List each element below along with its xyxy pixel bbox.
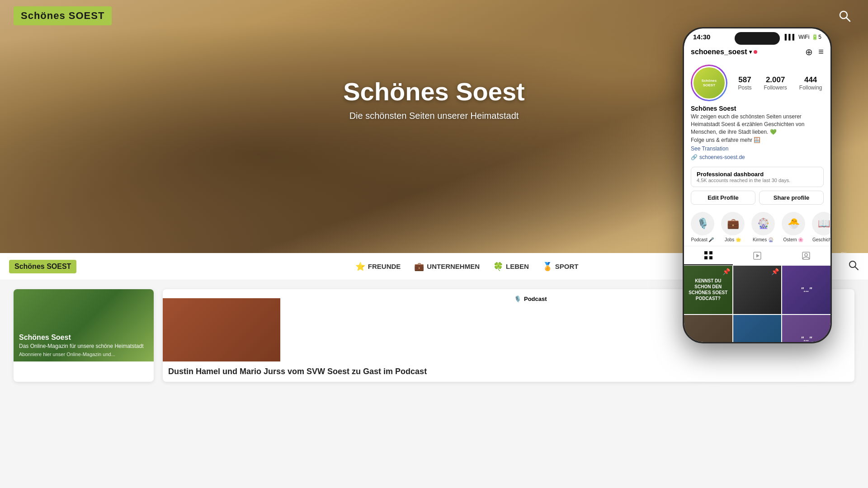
grid-text-6: "..." [798,333,814,342]
card-schoenes-soest: Schönes Soest Das Online-Magazin für uns… [14,289,154,382]
battery-icon: 🔋5 [811,34,821,40]
ig-username: schoenes_soest ▾ [691,48,757,56]
podcast-icon: 🎙️ [514,296,521,302]
followers-count: 2.007 [764,75,787,84]
following-label: Following [799,84,822,91]
svg-line-1 [846,18,850,21]
card-subtitle-1: Das Online-Magazin für unsere schöne Hei… [19,343,143,349]
logo-prefix: Schönes [21,10,66,21]
ig-action-buttons: Edit Profile Share profile [691,191,824,205]
highlight-ostern[interactable]: 🐣 Ostern 🌸 [782,212,805,242]
link-icon: 🔗 [691,154,698,160]
medal-icon: 🏅 [542,262,552,272]
grid-text-1: KENNST DU SCHON DEN SCHÖNES SOEST PODCAS… [684,276,732,304]
status-time: 14:30 [693,33,710,41]
ig-bio-link[interactable]: 🔗 schoenes-soest.de [691,154,824,160]
highlight-label-podcast: Podcast 🎤 [691,237,714,242]
ig-profile-top: SchönesSOEST 587 Posts 2.007 Followers 4… [691,65,824,101]
logo-top[interactable]: Schönes SOEST [14,6,112,25]
wifi-icon: WiFi [798,34,809,40]
nav-label-sport: SPORT [555,263,579,270]
tab-grid[interactable] [684,246,733,265]
nav-label-freunde: FREUNDE [368,263,401,270]
ig-bio-see-translation[interactable]: See Translation [691,145,824,153]
ig-avatar[interactable]: SchönesSOEST [692,66,726,100]
username-text: schoenes_soest [691,48,747,56]
posts-count: 587 [738,75,751,84]
ig-stat-following: 444 Following [799,75,822,91]
highlight-jobs[interactable]: 💼 Jobs 🌟 [721,212,745,242]
svg-rect-7 [709,256,712,259]
ig-highlights: 🎙️ Podcast 🎤 💼 Jobs 🌟 🎡 Kirmes 🎡 🐣 Oster… [684,208,830,246]
svg-rect-6 [704,256,708,259]
grid-item-3[interactable]: "..." [782,266,830,314]
highlight-circle-podcast: 🎙️ [691,212,714,235]
highlight-podcast[interactable]: 🎙️ Podcast 🎤 [691,212,714,242]
ig-link-text: schoenes-soest.de [699,154,745,160]
card-wide-content: Dustin Hamel und Mario Jurss vom SVW Soe… [163,361,854,382]
dashboard-subtitle: 4.5K accounts reached in the last 30 day… [697,178,818,183]
highlight-circle-jobs: 💼 [721,212,745,235]
hero-text-block: Schönes Soest Die schönsten Seiten unser… [343,77,524,121]
ig-bio-text: Wir zeigen euch die schönsten Seiten uns… [691,113,824,136]
podcast-badge: 🎙️ Podcast [509,294,552,304]
dashboard-title: Professional dashboard [697,171,818,178]
ig-bio-cta: Folge uns & erfahre mehr 🪟 [691,136,824,144]
grid-text-3: "..." [798,283,814,296]
grid-item-6[interactable]: "..." [782,315,830,342]
svg-point-10 [805,253,807,256]
card-desc-1: Abonniere hier unser Online-Magazin und.… [19,352,143,357]
svg-rect-4 [704,251,708,254]
grid-item-2[interactable]: 📌 [733,266,782,314]
nav-item-sport[interactable]: 🏅 SPORT [542,262,579,272]
highlight-label-ostern: Ostern 🌸 [783,237,804,242]
card-image-1: Schönes Soest Das Online-Magazin für uns… [14,289,154,361]
live-dot [754,50,757,54]
nav-item-leben[interactable]: 🍀 LEBEN [493,262,529,272]
ig-bio: Schönes Soest Wir zeigen euch die schöns… [691,105,824,160]
ig-avatar-ring: SchönesSOEST [691,65,727,101]
card-title-1: Schönes Soest [19,333,143,342]
hero-subtitle: Die schönsten Seiten unserer Heimatstadt [343,111,524,121]
highlight-circle-ostern: 🐣 [782,212,805,235]
logo-bottom[interactable]: Schönes SOEST [9,260,76,273]
following-count: 444 [799,75,822,84]
ig-professional-dashboard[interactable]: Professional dashboard 4.5K accounts rea… [691,167,824,187]
svg-rect-5 [709,251,712,254]
grid-item-4[interactable] [684,315,732,342]
svg-marker-9 [756,254,760,258]
highlight-label-geschichten: Geschich... [812,237,830,242]
hero-title: Schönes Soest [343,77,524,106]
logo-suffix: SOEST [69,10,105,21]
search-icon-bottom[interactable] [848,260,859,273]
nav-label-leben: LEBEN [506,263,529,270]
highlight-kirmes[interactable]: 🎡 Kirmes 🎡 [751,212,775,242]
grid-item-1[interactable]: KENNST DU SCHON DEN SCHÖNES SOEST PODCAS… [684,266,732,314]
briefcase-icon: 💼 [414,262,424,272]
clover-icon: 🍀 [493,262,503,272]
tab-tagged[interactable] [782,246,830,265]
ig-stat-followers: 2.007 Followers [764,75,787,91]
menu-icon[interactable]: ≡ [818,47,824,57]
ig-stats: 587 Posts 2.007 Followers 444 Following [736,75,824,91]
signal-icon: ▌▌▌ [785,34,797,40]
ig-header: schoenes_soest ▾ ⊕ ≡ [684,43,830,61]
search-icon-top[interactable] [835,6,854,26]
highlight-label-jobs: Jobs 🌟 [725,237,741,242]
ig-header-icons: ⊕ ≡ [805,47,824,57]
ig-profile: SchönesSOEST 587 Posts 2.007 Followers 4… [684,61,830,164]
grid-item-5[interactable] [733,315,782,342]
posts-label: Posts [738,84,751,91]
ig-content-tabs [684,246,830,266]
add-post-icon[interactable]: ⊕ [805,47,813,57]
nav-item-unternehmen[interactable]: 💼 UNTERNEHMEN [414,262,480,272]
nav-item-freunde[interactable]: ⭐ FREUNDE [355,262,401,272]
dynamic-island [735,32,780,45]
highlight-circle-kirmes: 🎡 [751,212,775,235]
edit-profile-button[interactable]: Edit Profile [691,191,755,205]
ig-stat-posts: 587 Posts [738,75,751,91]
tab-reels[interactable] [733,246,782,265]
pin-icon-1: 📌 [722,268,730,275]
share-profile-button[interactable]: Share profile [759,191,824,205]
highlight-geschichten[interactable]: 📖 Geschich... [812,212,830,242]
